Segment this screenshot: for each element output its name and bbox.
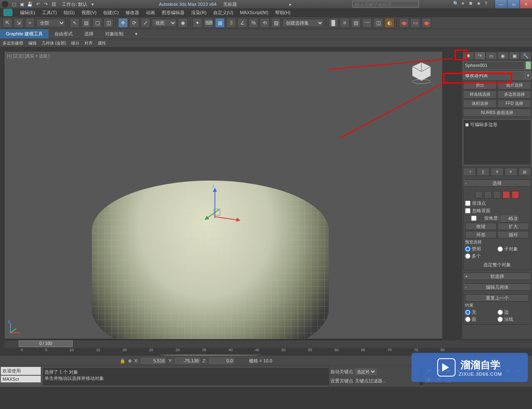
rollout-softsel[interactable]: +软选择 [463, 273, 531, 280]
curve-editor-icon[interactable]: 〰 [362, 18, 372, 28]
angle-spinner[interactable] [501, 216, 518, 221]
selection-lock-icon[interactable]: ⊕ [128, 358, 132, 364]
close-button[interactable]: ✕ [520, 0, 532, 8]
coord-x-input[interactable] [141, 358, 166, 364]
panel-prop[interactable]: 属性 [95, 40, 108, 47]
remove-mod-icon[interactable]: ✕ [505, 168, 517, 176]
menu-modifiers[interactable]: 修改器 [122, 9, 143, 17]
autokey-button[interactable]: 自动关键点 [330, 369, 353, 375]
new-icon[interactable]: ▢ [11, 1, 17, 7]
panel-geom[interactable]: 几何体 (全部) [39, 40, 69, 47]
panel-polymodel[interactable]: 多边形建模 [0, 40, 26, 47]
unique-icon[interactable]: ∀ [490, 168, 503, 176]
material-editor-icon[interactable]: ◐ [384, 18, 394, 28]
spline-select-button[interactable]: 样条线选择 [463, 90, 497, 99]
exchange-icon[interactable]: ✖ [469, 1, 475, 7]
selection-filter-dropdown[interactable]: 全部 [36, 19, 65, 27]
angle-snap-icon[interactable]: ∠ [237, 18, 247, 28]
byangle-checkbox[interactable] [465, 216, 483, 221]
vertex-mode-icon[interactable] [475, 191, 483, 198]
minimize-button[interactable]: — [495, 0, 507, 8]
viewport-label[interactable]: [+] [正交] [真实 + 边面 ] [7, 53, 49, 59]
vol-select-button[interactable]: 体积选择 [463, 99, 497, 108]
setkey-button[interactable]: 设置关键点 [330, 378, 353, 384]
modify-tab-icon[interactable]: ↷ [475, 52, 485, 59]
border-mode-icon[interactable] [493, 191, 501, 198]
object-color-swatch[interactable] [525, 61, 531, 69]
edged-faces-icon[interactable]: ▨ [271, 18, 281, 28]
window-crossing-icon[interactable]: ◫ [103, 18, 113, 28]
polygon-mode-icon[interactable] [502, 191, 510, 198]
panel-subdiv[interactable]: 细分 [69, 40, 82, 47]
menu-views[interactable]: 视图(V) [78, 9, 100, 17]
time-slider[interactable]: 0 / 100 [4, 340, 532, 348]
coord-z-input[interactable] [209, 358, 234, 364]
link-tool-icon[interactable]: ⇱ [2, 18, 12, 28]
select-region-icon[interactable]: ▢ [92, 18, 102, 28]
ribbon-tab-freeform[interactable]: 自由形式 [49, 29, 79, 39]
repeat-button[interactable]: 重复上一个 [465, 294, 529, 302]
shrink-button[interactable]: 收缩 [465, 223, 497, 230]
manipulate-icon[interactable]: ✦ [192, 18, 202, 28]
undo-icon[interactable]: ↶ [34, 1, 41, 7]
refcoord-dropdown[interactable]: 视图 [152, 19, 177, 27]
viewcube-icon[interactable] [409, 60, 434, 85]
time-ruler[interactable]: 0 5 10 15 20 25 30 35 40 45 50 55 60 65 … [4, 348, 461, 354]
menu-render[interactable]: 渲染(R) [188, 9, 210, 17]
redo-icon[interactable]: ↷ [42, 1, 49, 7]
scale-tool-icon[interactable]: ⤢ [140, 18, 150, 28]
menu-edit[interactable]: 编辑(E) [17, 9, 39, 17]
snap-toggle-icon[interactable]: ▦ [215, 18, 225, 28]
workbench-label[interactable]: 工作台: 默认 [62, 1, 87, 7]
menu-animation[interactable]: 动画 [143, 9, 158, 17]
poly-select-button[interactable]: 多边形选择 [498, 90, 531, 99]
ribbon-tab-graphite[interactable]: Graphite 建模工具 [0, 29, 49, 39]
viewport[interactable]: [+] [正交] [真实 + 边面 ] z z [4, 51, 443, 339]
named-selection-dropdown[interactable]: 创建选择集 [282, 19, 324, 27]
modifier-stack[interactable]: ◼ 可编辑多边形 [463, 119, 531, 165]
panel-align[interactable]: 对齐 [82, 40, 95, 47]
render-frame-icon[interactable]: ▭ [410, 18, 420, 28]
keyboard-shortcut-icon[interactable]: ⌨ [204, 18, 214, 28]
maxscript-button[interactable]: MAXScr [1, 376, 41, 382]
preview-subobj-radio[interactable] [498, 246, 503, 252]
ribbon-tab-select[interactable]: 选择 [79, 29, 99, 39]
workbench-dropdown-icon[interactable]: ▾ [91, 2, 94, 7]
bind-spacewarp-icon[interactable]: ≈ [25, 18, 35, 28]
motion-tab-icon[interactable]: ◉ [498, 52, 508, 59]
extrude-button[interactable]: 挤出 [463, 81, 497, 89]
menu-help[interactable]: 帮助(H) [272, 9, 294, 17]
rollout-editgeom[interactable]: -编辑几何体 [463, 283, 531, 291]
layer-icon[interactable]: ▤ [351, 18, 361, 28]
key-filter-button[interactable]: 关键点过滤器... [355, 378, 386, 384]
menu-tools[interactable]: 工具(T) [39, 9, 60, 17]
search-input[interactable] [352, 1, 419, 7]
maximize-button[interactable]: ▭ [507, 0, 520, 8]
move-tool-icon[interactable]: ✥ [118, 18, 128, 28]
favorites-icon[interactable]: ★ [477, 1, 483, 7]
unlink-tool-icon[interactable]: ⇲ [14, 18, 24, 28]
select-name-icon[interactable]: ▤ [81, 18, 91, 28]
render-setup-icon[interactable]: 🫖 [399, 18, 409, 28]
panel-edit[interactable]: 编辑 [26, 40, 39, 47]
nurbs-select-button[interactable]: NURBS 曲面选择 [463, 109, 531, 117]
preview-multi-radio[interactable] [465, 253, 470, 259]
hierarchy-tab-icon[interactable]: ▭ [486, 52, 497, 59]
ring-button[interactable]: 环形 [465, 231, 497, 238]
schematic-icon[interactable]: ◫ [373, 18, 383, 28]
open-icon[interactable]: ▣ [19, 1, 25, 7]
infocenter-search-icon[interactable]: 🔍 [453, 1, 459, 7]
app-menu-button[interactable] [3, 9, 12, 16]
help-icon[interactable]: ? [485, 1, 490, 7]
time-slider-handle[interactable]: 0 / 100 [19, 340, 73, 347]
pin-stack-icon[interactable]: ⊣ [463, 168, 476, 176]
rotate-tool-icon[interactable]: ⟳ [129, 18, 139, 28]
face-select-button[interactable]: 面片选择 [498, 81, 531, 89]
ffd-select-button[interactable]: FFD 选择 [498, 99, 531, 108]
key-target-dropdown[interactable]: 选定对 [355, 369, 377, 375]
coord-y-input[interactable] [175, 358, 200, 364]
lock-icon[interactable]: 🔒 [120, 358, 126, 364]
preview-disable-radio[interactable] [465, 246, 470, 252]
config-icon[interactable]: ▤ [518, 168, 531, 176]
constraint-face-radio[interactable] [465, 317, 470, 322]
